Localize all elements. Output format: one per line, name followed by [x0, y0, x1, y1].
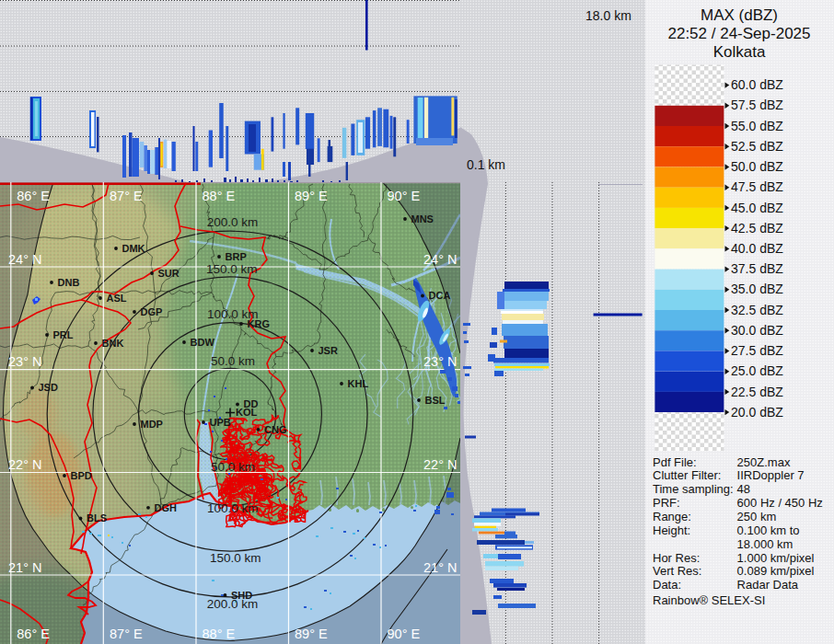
svg-text:MAX (dBZ): MAX (dBZ): [701, 6, 778, 24]
svg-text:PRF:: PRF:: [653, 496, 680, 510]
svg-text:Data:: Data:: [653, 578, 681, 592]
svg-text:20.0 dBZ: 20.0 dBZ: [731, 405, 783, 420]
svg-text:57.5 dBZ: 57.5 dBZ: [731, 98, 783, 112]
svg-text:37.5 dBZ: 37.5 dBZ: [731, 261, 783, 276]
svg-text:Radar Data: Radar Data: [737, 578, 799, 592]
svg-text:60.0 dBZ: 60.0 dBZ: [731, 77, 783, 92]
svg-text:48: 48: [737, 482, 750, 496]
svg-text:600 Hz / 450 Hz: 600 Hz / 450 Hz: [737, 496, 823, 510]
svg-text:35.0 dBZ: 35.0 dBZ: [731, 282, 783, 296]
svg-text:27.5 dBZ: 27.5 dBZ: [731, 343, 783, 358]
svg-text:0.089 km/pixel: 0.089 km/pixel: [737, 564, 815, 578]
svg-text:25.0 dBZ: 25.0 dBZ: [731, 363, 783, 378]
svg-text:Clutter Filter:: Clutter Filter:: [653, 468, 721, 482]
svg-text:45.0 dBZ: 45.0 dBZ: [731, 201, 783, 215]
svg-text:42.5 dBZ: 42.5 dBZ: [731, 221, 783, 236]
svg-text:Time sampling:: Time sampling:: [653, 482, 734, 496]
svg-text:1.000 km/pixel: 1.000 km/pixel: [737, 551, 815, 565]
svg-text:55.0 dBZ: 55.0 dBZ: [731, 119, 783, 133]
svg-text:Pdf File:: Pdf File:: [653, 455, 697, 469]
svg-text:IIRDoppler 7: IIRDoppler 7: [737, 468, 805, 482]
svg-text:0.100 km to: 0.100 km to: [737, 523, 800, 537]
svg-text:18.000 km: 18.000 km: [737, 537, 793, 551]
svg-text:22:52 / 24-Sep-2025: 22:52 / 24-Sep-2025: [667, 25, 810, 42]
svg-text:Rainbow® SELEX-SI: Rainbow® SELEX-SI: [653, 593, 765, 607]
svg-text:22.5 dBZ: 22.5 dBZ: [731, 385, 783, 399]
svg-text:Range:: Range:: [653, 510, 691, 523]
svg-text:Vert Res:: Vert Res:: [653, 564, 701, 578]
svg-text:52.5 dBZ: 52.5 dBZ: [731, 139, 783, 154]
svg-text:Kolkata: Kolkata: [713, 43, 766, 61]
svg-text:40.0 dBZ: 40.0 dBZ: [731, 241, 783, 256]
svg-text:Hor Res:: Hor Res:: [653, 551, 700, 565]
svg-text:32.5 dBZ: 32.5 dBZ: [731, 303, 783, 317]
svg-text:50.0 dBZ: 50.0 dBZ: [731, 159, 783, 174]
svg-text:47.5 dBZ: 47.5 dBZ: [731, 179, 783, 194]
svg-text:250 km: 250 km: [737, 510, 777, 523]
svg-text:250Z.max: 250Z.max: [737, 455, 791, 469]
svg-text:Height:: Height:: [653, 523, 690, 537]
svg-text:30.0 dBZ: 30.0 dBZ: [731, 323, 783, 338]
